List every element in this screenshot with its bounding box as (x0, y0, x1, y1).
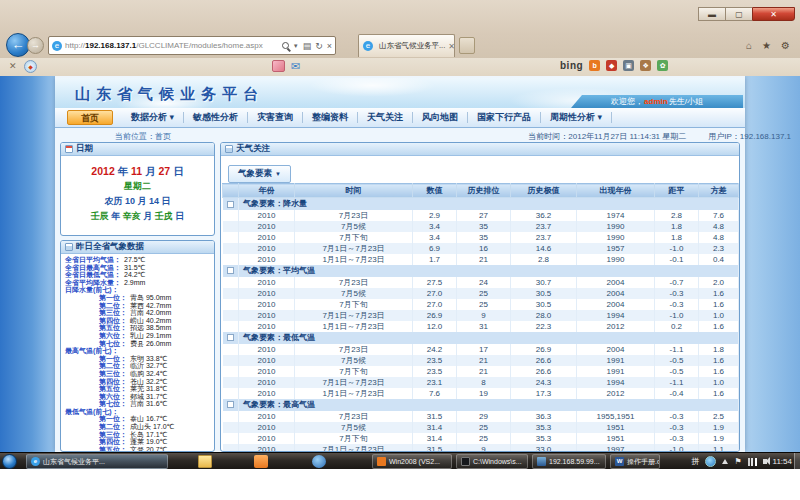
addon-icon-3[interactable]: ❖ (640, 60, 651, 71)
settings-gear-icon[interactable]: ⚙ (781, 40, 790, 51)
explorer-folder-icon[interactable] (198, 455, 212, 468)
taskbar-button-0[interactable]: Win2008 (VS2... (372, 454, 452, 469)
media-player-icon[interactable] (312, 455, 326, 468)
cell-1-0-2: 27.5 (413, 277, 457, 288)
address-bar[interactable]: e http://192.168.137.1/GLCCLIMATE/module… (48, 36, 336, 55)
language-globe-icon[interactable] (705, 456, 716, 467)
cell-0-0-7: 7.6 (699, 210, 739, 221)
rank-value[interactable]: 东明 33.8℃ (130, 355, 167, 363)
rank-value[interactable]: 莒南 31.6℃ (130, 400, 167, 408)
section-checkbox[interactable] (227, 267, 234, 274)
rank-value[interactable]: 成山头 17.0℃ (130, 423, 174, 431)
column-header-0[interactable]: 年份 (239, 184, 295, 198)
compatibility-view-icon[interactable]: ▤ (303, 41, 312, 51)
column-header-7[interactable]: 方差 (699, 184, 739, 198)
section-checkbox[interactable] (227, 401, 234, 408)
nav-item-3[interactable]: 灾害查询 (248, 112, 303, 123)
rank-value[interactable]: 青岛 95.0mm (130, 294, 171, 302)
nav-item-2[interactable]: 敏感性分析 (184, 112, 248, 123)
cell-0-3-1: 7月1日～7月23日 (295, 243, 413, 254)
cell-0-3-3: 16 (457, 243, 511, 254)
addon-icon-4[interactable]: ✿ (657, 60, 668, 71)
stop-icon[interactable]: × (327, 41, 332, 51)
taskbar-button-1[interactable]: C:\Windows\s... (456, 454, 528, 469)
cell-2-4-4: 17.3 (511, 388, 577, 399)
favorites-star-icon[interactable]: ★ (762, 40, 771, 51)
bing-app-icon[interactable]: b (589, 60, 600, 71)
rank-value[interactable]: 长岛 17.1℃ (130, 431, 167, 439)
column-header-3[interactable]: 历史排位 (457, 184, 511, 198)
taskbar-button-ie[interactable]: e 山东省气候业务平... (26, 454, 168, 469)
maximize-button[interactable]: ▢ (725, 7, 752, 21)
cell-1-2-0: 2010 (239, 299, 295, 310)
cell-2-1-5: 1991 (577, 355, 655, 366)
search-icon[interactable] (282, 42, 289, 49)
rank-value[interactable]: 临沂 32.7℃ (130, 362, 167, 370)
speaker-icon[interactable] (763, 459, 767, 464)
nav-item-4[interactable]: 整编资料 (303, 112, 358, 123)
bing-logo[interactable]: bing (560, 60, 583, 71)
start-button[interactable] (2, 454, 17, 469)
column-header-1[interactable]: 时间 (295, 184, 413, 198)
weather-panel-body: 全省日平均气温：27.5℃全省日最高气温：31.5℃全省日最低气温：24.2℃全… (61, 254, 214, 452)
toolbar-close-icon[interactable]: ✕ (9, 61, 17, 71)
section-checkbox[interactable] (227, 334, 234, 341)
nav-item-1[interactable]: 数据分析 ▾ (122, 112, 184, 123)
table-row: 20107月5候3.43523.719901.84.8 (223, 221, 739, 232)
cell-1-2-4: 30.5 (511, 299, 577, 310)
new-tab-button[interactable] (459, 37, 475, 54)
browser-tab[interactable]: e 山东省气候业务平... ✕ (358, 34, 455, 57)
rank-value[interactable]: 临朐 32.4℃ (130, 370, 167, 378)
element-filter-button[interactable]: 气象要素▼ (228, 165, 291, 183)
nav-item-7[interactable]: 国家下行产品 (468, 112, 541, 123)
cell-3-2-2: 31.4 (413, 433, 457, 444)
taskbar-button-label: Win2008 (VS2... (389, 458, 440, 465)
taskbar-button-3[interactable]: W操作手册.docx ... (610, 454, 660, 469)
rank-value[interactable]: 泰山 16.7℃ (130, 415, 167, 423)
cell-0-2-7: 4.8 (699, 232, 739, 243)
rank-value[interactable]: 费县 26.0mm (130, 340, 171, 348)
clock[interactable]: 11:54 (773, 457, 792, 466)
cell-1-0-4: 30.7 (511, 277, 577, 288)
tab-close-icon[interactable]: ✕ (448, 42, 455, 51)
network-icon[interactable] (748, 458, 757, 466)
addon-icon-1[interactable]: ◆ (606, 60, 617, 71)
rank-value[interactable]: 郯城 31.7℃ (130, 393, 167, 401)
refresh-icon[interactable]: ↻ (315, 41, 323, 51)
section-checkbox[interactable] (227, 201, 234, 208)
column-header-6[interactable]: 距平 (655, 184, 699, 198)
home-icon[interactable]: ⌂ (746, 40, 752, 51)
breadcrumb[interactable]: 当前位置：首页 (115, 131, 171, 142)
column-header-4[interactable]: 历史极值 (511, 184, 577, 198)
nav-item-8[interactable]: 周期性分析 ▾ (541, 112, 612, 123)
search-dropdown-icon[interactable]: ▼ (293, 43, 299, 49)
column-header-2[interactable]: 数值 (413, 184, 457, 198)
minimize-button[interactable]: ▬ (698, 7, 725, 21)
column-header-5[interactable]: 出现年份 (577, 184, 655, 198)
show-desktop-button[interactable] (794, 453, 800, 470)
url-host: 192.168.137.1 (85, 41, 136, 50)
pinned-app-icon[interactable] (254, 455, 268, 468)
close-button[interactable]: ✕ (752, 7, 795, 21)
nav-item-5[interactable]: 天气关注 (358, 112, 413, 123)
rank-value[interactable]: 莒南 42.0mm (130, 309, 171, 317)
rank-value[interactable]: 乳山 29.1mm (130, 332, 171, 340)
action-center-flag-icon[interactable]: ⚑ (734, 457, 741, 467)
nav-item-0[interactable]: 首页 (67, 110, 113, 125)
tray-expand-icon[interactable] (722, 459, 728, 464)
mail-icon[interactable]: ✉ (291, 60, 300, 72)
cell-2-4-0: 2010 (239, 388, 295, 399)
rank-value[interactable]: 招远 38.5mm (130, 324, 171, 332)
rank-value[interactable]: 莱西 42.7mm (130, 302, 171, 310)
taskbar-button-2[interactable]: 192.168.59.99... (532, 454, 606, 469)
forward-button[interactable]: → (27, 37, 44, 54)
rank-value[interactable]: 蓬莱 19.0℃ (130, 438, 167, 446)
nav-item-6[interactable]: 风向地图 (413, 112, 468, 123)
rank-value[interactable]: 莱芜 31.8℃ (130, 385, 167, 393)
rank-value[interactable]: 苍山 32.2℃ (130, 378, 167, 386)
rank-value[interactable]: 崂山 40.2mm (130, 317, 171, 325)
ime-indicator[interactable]: 拼 (691, 456, 699, 467)
card-icon[interactable] (272, 60, 285, 72)
compass-icon[interactable] (24, 60, 37, 73)
addon-icon-2[interactable]: ▣ (623, 60, 634, 71)
